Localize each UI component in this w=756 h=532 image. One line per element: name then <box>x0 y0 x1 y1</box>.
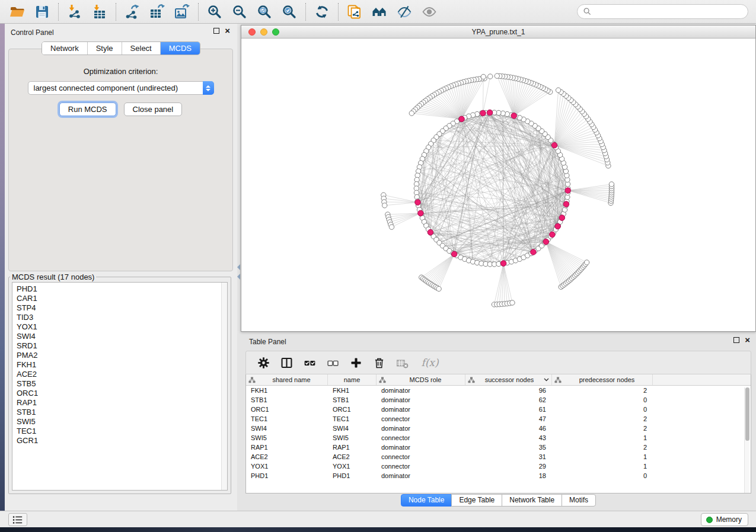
table-cell: FKH1 <box>246 386 328 395</box>
table-cell: SWI4 <box>328 424 377 433</box>
mcds-list-item[interactable]: TEC1 <box>17 427 227 436</box>
show-all-button[interactable] <box>417 1 442 23</box>
tab-select[interactable]: Select <box>122 42 160 55</box>
float-table-panel-icon[interactable] <box>733 337 739 343</box>
import-network-button[interactable] <box>62 1 87 23</box>
table-row[interactable]: STB1STB1dominator620 <box>246 395 751 405</box>
mcds-list-item[interactable]: ACE2 <box>17 370 227 379</box>
table-row[interactable]: FKH1FKH1dominator962 <box>246 386 751 395</box>
close-table-panel-icon[interactable]: × <box>745 337 750 343</box>
mcds-list-item[interactable]: ORC1 <box>17 389 227 398</box>
column-header-shared-name[interactable]: shared name <box>246 374 328 385</box>
column-header-predecessor-nodes[interactable]: predecessor nodes <box>552 374 653 385</box>
table-cell: 46 <box>465 424 552 433</box>
table-row[interactable]: PHD1PHD1dominator180 <box>246 471 751 480</box>
import-table-button[interactable] <box>87 1 112 23</box>
mcds-list-item[interactable]: STB5 <box>17 379 227 389</box>
select-all-button[interactable] <box>301 353 318 372</box>
save-session-button[interactable] <box>30 1 55 23</box>
table-row[interactable]: SWI4SWI4dominator462 <box>246 424 751 433</box>
close-panel-button[interactable]: Close panel <box>124 102 183 116</box>
zoom-selected-button[interactable] <box>277 1 302 23</box>
mcds-list-scrollbar[interactable] <box>221 283 227 490</box>
mcds-list-item[interactable]: STP4 <box>17 303 227 313</box>
column-header-name[interactable]: name <box>328 374 377 385</box>
tab-network-table[interactable]: Network Table <box>502 494 562 507</box>
clone-network-button[interactable] <box>342 1 367 23</box>
mcds-list-item[interactable]: CAR1 <box>17 294 227 303</box>
run-mcds-button[interactable]: Run MCDS <box>59 102 116 116</box>
fx-button[interactable]: f(x) <box>416 353 444 372</box>
mcds-result-list[interactable]: PHD1CAR1STP4TID3YOX1SWI4SRD1PMA2FKH1ACE2… <box>12 282 228 491</box>
table-cell: 0 <box>552 471 653 480</box>
task-history-button[interactable] <box>8 513 27 526</box>
zoom-in-button[interactable] <box>202 1 227 23</box>
mcds-list-item[interactable]: PHD1 <box>17 284 227 294</box>
tab-mcds[interactable]: MCDS <box>160 42 200 55</box>
zoom-fit-button[interactable] <box>252 1 277 23</box>
memory-button[interactable]: Memory <box>701 513 748 526</box>
mcds-list-item[interactable]: GCR1 <box>17 436 227 446</box>
table-cell: YOX1 <box>246 462 328 471</box>
main-toolbar <box>0 0 756 24</box>
control-panel-title: Control Panel <box>11 28 54 37</box>
deselect-all-button[interactable] <box>324 353 342 372</box>
table-row[interactable]: ORC1ORC1dominator610 <box>246 405 751 414</box>
mcds-list-item[interactable]: SRD1 <box>17 341 227 351</box>
zoom-out-button[interactable] <box>227 1 252 23</box>
column-header-successor-nodes[interactable]: successor nodes <box>465 374 552 385</box>
hide-selected-button[interactable] <box>392 1 417 23</box>
network-window-titlebar[interactable]: YPA_prune.txt_1 <box>241 25 755 39</box>
table-cell: connector <box>377 414 465 424</box>
tab-network[interactable]: Network <box>42 42 87 55</box>
zoom-out-icon <box>232 4 247 20</box>
tab-style[interactable]: Style <box>87 42 122 55</box>
table-cell: 29 <box>465 462 552 471</box>
select-stepper-icon <box>203 81 214 95</box>
table-row[interactable]: TEC1TEC1connector472 <box>246 414 751 424</box>
refresh-button[interactable] <box>310 1 334 23</box>
import-network-icon <box>67 4 82 20</box>
table-row[interactable]: YOX1YOX1connector291 <box>246 462 751 471</box>
table-row[interactable]: RAP1RAP1dominator352 <box>246 443 751 452</box>
network-column-icon <box>379 377 386 383</box>
float-panel-icon[interactable] <box>213 28 219 34</box>
table-scrollbar-thumb[interactable] <box>745 387 749 441</box>
tab-node-table[interactable]: Node Table <box>401 494 452 507</box>
table-row[interactable]: SWI5SWI5connector431 <box>246 433 751 443</box>
export-network-button[interactable] <box>120 1 145 23</box>
table-scrollbar[interactable] <box>744 387 749 493</box>
tab-motifs[interactable]: Motifs <box>562 494 596 507</box>
mcds-list-item[interactable]: STB1 <box>17 408 227 417</box>
tab-edge-table[interactable]: Edge Table <box>451 494 502 507</box>
columns-button[interactable] <box>277 353 295 372</box>
close-panel-icon[interactable]: × <box>225 28 230 34</box>
table-cell: dominator <box>377 443 465 452</box>
mcds-list-item[interactable]: TID3 <box>17 313 227 322</box>
function-builder-icon: f(x) <box>421 357 438 368</box>
mcds-list-item[interactable]: RAP1 <box>17 398 227 408</box>
criterion-select[interactable]: largest connected component (undirected) <box>28 81 214 95</box>
search-input[interactable] <box>595 8 742 16</box>
export-table-button[interactable] <box>145 1 170 23</box>
table-cell: 0 <box>552 405 653 414</box>
open-session-button[interactable] <box>5 1 30 23</box>
network-view[interactable] <box>241 39 755 331</box>
delete-table-button[interactable] <box>393 353 411 372</box>
mcds-list-item[interactable]: SWI4 <box>17 332 227 341</box>
mcds-list-item[interactable]: SWI5 <box>17 417 227 427</box>
add-row-button[interactable] <box>347 353 365 372</box>
export-image-button[interactable] <box>170 1 194 23</box>
table-cell: connector <box>377 462 465 471</box>
table-cell: 61 <box>465 405 552 414</box>
gear-button[interactable] <box>254 353 272 372</box>
delete-row-button[interactable] <box>370 353 388 372</box>
first-neighbors-button[interactable] <box>367 1 392 23</box>
mcds-list-item[interactable]: PMA2 <box>17 351 227 360</box>
delete-row-icon <box>372 356 386 370</box>
mcds-list-item[interactable]: FKH1 <box>17 360 227 370</box>
table-row[interactable]: ACE2ACE2connector311 <box>246 452 751 462</box>
mcds-list-item[interactable]: YOX1 <box>17 322 227 332</box>
column-header-MCDS-role[interactable]: MCDS role <box>377 374 465 385</box>
table-cell: 2 <box>552 424 653 433</box>
